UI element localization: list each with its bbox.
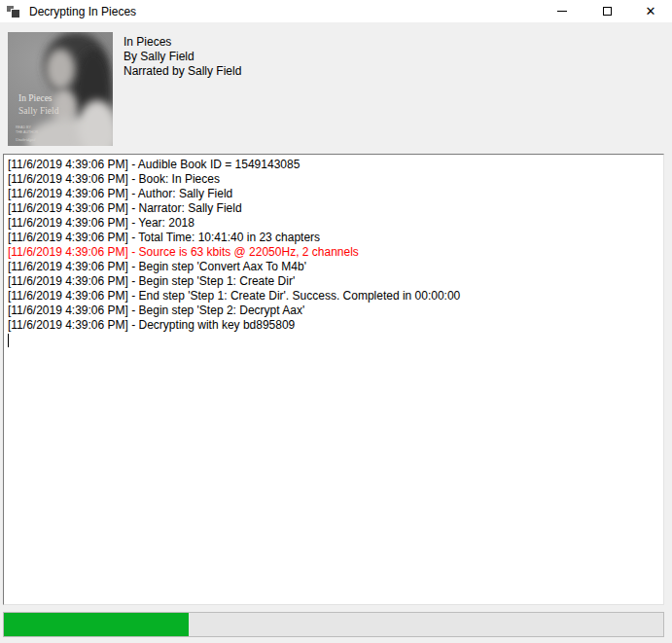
book-info: In Pieces By Sally Field Narrated by Sal… xyxy=(124,35,241,79)
close-button[interactable]: ✕ xyxy=(629,0,672,22)
book-title: In Pieces xyxy=(124,35,241,50)
log-line: [11/6/2019 4:39:06 PM] - Begin step 'Ste… xyxy=(8,304,659,318)
cover-edition: Unabridged xyxy=(16,137,36,142)
minimize-button[interactable] xyxy=(540,0,584,22)
window-title: Decrypting In Pieces xyxy=(29,5,136,18)
cover-readby-1: READ BY xyxy=(16,125,31,129)
log-line: [11/6/2019 4:39:06 PM] - Total Time: 10:… xyxy=(8,231,659,245)
text-caret xyxy=(8,334,9,347)
log-line: [11/6/2019 4:39:06 PM] - Audible Book ID… xyxy=(8,158,659,172)
log-line: [11/6/2019 4:39:06 PM] - Author: Sally F… xyxy=(8,187,659,201)
log-line: [11/6/2019 4:39:06 PM] - Begin step 'Ste… xyxy=(8,274,659,289)
log-line: [11/6/2019 4:39:06 PM] - Year: 2018 xyxy=(8,216,659,231)
log-line: [11/6/2019 4:39:06 PM] - Begin step 'Con… xyxy=(8,260,659,274)
cover-art: In Pieces Sally Field READ BY THE AUTHOR… xyxy=(8,32,113,146)
caption-buttons: ✕ xyxy=(540,0,672,22)
maximize-icon xyxy=(603,7,612,16)
book-author: By Sally Field xyxy=(124,50,241,64)
book-narrator: Narrated by Sally Field xyxy=(124,64,241,79)
book-cover-image: In Pieces Sally Field READ BY THE AUTHOR… xyxy=(8,32,113,146)
log-line: [11/6/2019 4:39:06 PM] - Book: In Pieces xyxy=(8,172,659,187)
app-icon xyxy=(7,5,22,18)
progress-bar xyxy=(3,612,664,637)
maximize-button[interactable] xyxy=(584,0,629,22)
title-bar[interactable]: Decrypting In Pieces ✕ xyxy=(0,0,672,22)
log-textbox[interactable]: [11/6/2019 4:39:06 PM] - Audible Book ID… xyxy=(3,154,664,605)
log-line: [11/6/2019 4:39:06 PM] - End step 'Step … xyxy=(8,289,659,304)
cover-author: Sally Field xyxy=(18,106,59,116)
log-line: [11/6/2019 4:39:06 PM] - Decrypting with… xyxy=(8,318,659,333)
log-line: [11/6/2019 4:39:06 PM] - Narrator: Sally… xyxy=(8,201,659,216)
log-line-error: [11/6/2019 4:39:06 PM] - Source is 63 kb… xyxy=(8,245,659,260)
close-icon: ✕ xyxy=(646,5,656,18)
app-window: Decrypting In Pieces ✕ xyxy=(0,0,672,643)
book-header: In Pieces Sally Field READ BY THE AUTHOR… xyxy=(0,22,672,154)
progress-fill xyxy=(4,613,189,636)
cover-title: In Pieces xyxy=(18,93,53,103)
cover-readby-2: THE AUTHOR xyxy=(16,130,39,134)
minimize-icon xyxy=(557,11,567,12)
